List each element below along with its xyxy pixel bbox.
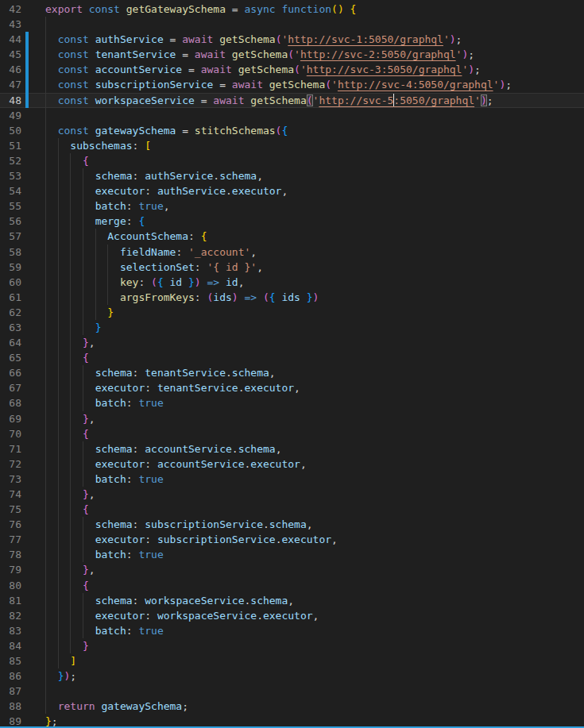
code-line[interactable]: 50 const gatewaySchema = stitchSchemas({ xyxy=(0,123,584,138)
line-number[interactable]: 44 xyxy=(0,32,21,47)
code-line[interactable]: 82 executor: workspaceService.executor, xyxy=(0,608,584,623)
code-line[interactable]: 62 } xyxy=(0,305,584,320)
code-line[interactable]: 80 { xyxy=(0,578,584,593)
code-line[interactable]: 64 }, xyxy=(0,335,584,350)
line-number[interactable]: 58 xyxy=(0,245,21,260)
url-link-text[interactable]: http://svc-5 xyxy=(319,94,393,106)
code-line[interactable]: 58 fieldName: '_account', xyxy=(0,245,584,260)
line-number[interactable]: 67 xyxy=(0,380,21,395)
line-number[interactable]: 83 xyxy=(0,623,21,638)
line-number[interactable]: 65 xyxy=(0,350,21,365)
code-line[interactable]: 53 schema: authService.schema, xyxy=(0,168,584,183)
line-number[interactable]: 59 xyxy=(0,260,21,275)
line-number[interactable]: 47 xyxy=(0,77,21,92)
code-line[interactable]: 77 executor: subscriptionService.executo… xyxy=(0,532,584,547)
line-number[interactable]: 88 xyxy=(0,699,21,714)
code-line[interactable]: 73 batch: true xyxy=(0,472,584,487)
line-number[interactable]: 70 xyxy=(0,426,21,441)
code-line[interactable]: 70 { xyxy=(0,426,584,441)
line-number[interactable]: 78 xyxy=(0,547,21,562)
code-line[interactable]: 78 batch: true xyxy=(0,547,584,562)
line-number[interactable]: 54 xyxy=(0,183,21,198)
line-number[interactable]: 55 xyxy=(0,198,21,214)
code-line[interactable]: 84 } xyxy=(0,638,584,653)
line-number[interactable]: 86 xyxy=(0,668,21,684)
url-link-text[interactable]: :5050/graphql xyxy=(393,94,474,106)
line-number[interactable]: 57 xyxy=(0,229,21,244)
url-link-text[interactable]: http://svc-2:5050/graphql xyxy=(300,48,456,60)
code-line[interactable]: 87 xyxy=(0,684,584,699)
line-number[interactable]: 48 xyxy=(0,93,21,108)
line-number[interactable]: 64 xyxy=(0,335,21,350)
code-line[interactable]: 47 const subscriptionService = await get… xyxy=(0,77,584,92)
line-number[interactable]: 76 xyxy=(0,517,21,532)
line-number[interactable]: 75 xyxy=(0,502,21,517)
code-line[interactable]: 66 schema: tenantService.schema, xyxy=(0,365,584,380)
line-number[interactable]: 49 xyxy=(0,108,21,123)
code-line[interactable]: 42export const getGatewaySchema = async … xyxy=(0,2,584,17)
url-link-text[interactable]: http://svc-4:5050/graphql xyxy=(338,79,493,91)
line-number[interactable]: 50 xyxy=(0,123,21,138)
code-line[interactable]: 86 }); xyxy=(0,668,584,684)
code-line[interactable]: 60 key: ({ id }) => id, xyxy=(0,275,584,290)
code-line[interactable]: 63 } xyxy=(0,320,584,335)
code-line[interactable]: 55 batch: true, xyxy=(0,198,584,214)
line-number[interactable]: 56 xyxy=(0,214,21,229)
code-line[interactable]: 54 executor: authService.executor, xyxy=(0,183,584,198)
code-line[interactable]: 51 subschemas: [ xyxy=(0,138,584,153)
code-line[interactable]: 57 AccountSchema: { xyxy=(0,229,584,244)
code-line[interactable]: 49 xyxy=(0,108,584,123)
line-number[interactable]: 72 xyxy=(0,456,21,472)
code-line[interactable]: 43 xyxy=(0,17,584,32)
code-line[interactable]: 52 { xyxy=(0,153,584,168)
line-number[interactable]: 42 xyxy=(0,2,21,17)
code-line[interactable]: 81 schema: workspaceService.schema, xyxy=(0,593,584,608)
code-editor[interactable]: 42export const getGatewaySchema = async … xyxy=(0,0,584,728)
line-number[interactable]: 69 xyxy=(0,411,21,426)
code-line[interactable]: 88 return gatewaySchema; xyxy=(0,699,584,714)
line-number[interactable]: 46 xyxy=(0,62,21,77)
code-line[interactable]: 67 executor: tenantService.executor, xyxy=(0,380,584,395)
url-link-text[interactable]: http://svc-3:5050/graphql xyxy=(307,64,462,75)
line-number[interactable]: 81 xyxy=(0,593,21,608)
code-line[interactable]: 83 batch: true xyxy=(0,623,584,638)
line-number[interactable]: 51 xyxy=(0,138,21,153)
code-line[interactable]: 76 schema: subscriptionService.schema, xyxy=(0,517,584,532)
line-number[interactable]: 80 xyxy=(0,578,21,593)
code-line[interactable]: 72 executor: accountService.executor, xyxy=(0,456,584,472)
line-number[interactable]: 77 xyxy=(0,532,21,547)
code-line-current[interactable]: 48 const workspaceService = await getSch… xyxy=(0,93,584,108)
line-number[interactable]: 45 xyxy=(0,47,21,62)
code-line[interactable]: 85 ] xyxy=(0,653,584,668)
code-line[interactable]: 69 }, xyxy=(0,411,584,426)
code-line[interactable]: 74 }, xyxy=(0,487,584,502)
line-number[interactable]: 52 xyxy=(0,153,21,168)
line-number[interactable]: 85 xyxy=(0,653,21,668)
line-number[interactable]: 60 xyxy=(0,275,21,290)
line-number[interactable]: 74 xyxy=(0,487,21,502)
code-line[interactable]: 46 const accountService = await getSchem… xyxy=(0,62,584,77)
code-line[interactable]: 65 { xyxy=(0,350,584,365)
code-line[interactable]: 71 schema: accountService.schema, xyxy=(0,441,584,456)
line-number[interactable]: 63 xyxy=(0,320,21,335)
code-line[interactable]: 59 selectionSet: '{ id }', xyxy=(0,260,584,275)
line-number[interactable]: 87 xyxy=(0,684,21,699)
line-number[interactable]: 43 xyxy=(0,17,21,32)
code-line[interactable]: 56 merge: { xyxy=(0,214,584,229)
line-number[interactable]: 53 xyxy=(0,168,21,183)
line-number[interactable]: 84 xyxy=(0,638,21,653)
code-line[interactable]: 68 batch: true xyxy=(0,395,584,410)
line-number[interactable]: 73 xyxy=(0,472,21,487)
code-line[interactable]: 79 }, xyxy=(0,562,584,577)
code-line[interactable]: 44 const authService = await getSchema('… xyxy=(0,32,584,47)
code-line[interactable]: 75 { xyxy=(0,502,584,517)
url-link-text[interactable]: http://svc-1:5050/graphql xyxy=(288,33,443,45)
line-number[interactable]: 71 xyxy=(0,441,21,456)
line-number[interactable]: 62 xyxy=(0,305,21,320)
line-number[interactable]: 66 xyxy=(0,365,21,380)
line-number[interactable]: 61 xyxy=(0,290,21,305)
line-number[interactable]: 68 xyxy=(0,395,21,410)
line-number[interactable]: 82 xyxy=(0,608,21,623)
code-line[interactable]: 61 argsFromKeys: (ids) => ({ ids }) xyxy=(0,290,584,305)
line-number[interactable]: 79 xyxy=(0,562,21,577)
